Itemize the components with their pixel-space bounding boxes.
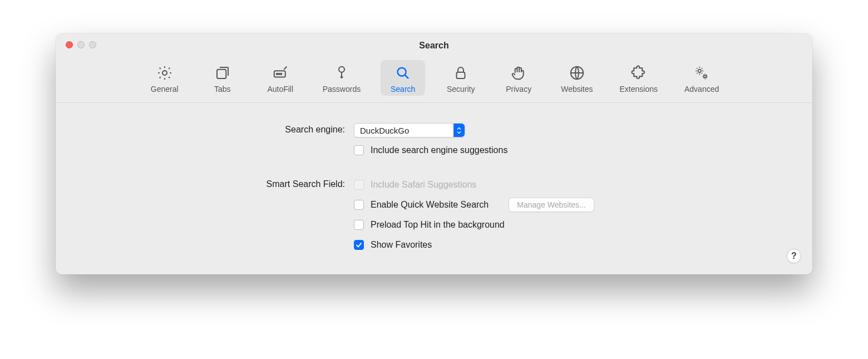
svg-point-6 — [339, 67, 344, 72]
toolbar-tab-label: Passwords — [323, 85, 361, 94]
manage-websites-button[interactable]: Manage Websites... — [509, 198, 594, 212]
show-favorites-checkbox[interactable] — [354, 240, 364, 250]
autofill-icon — [271, 63, 290, 82]
toolbar-tab-label: AutoFill — [267, 85, 293, 94]
chevron-up-down-icon — [453, 124, 465, 137]
safari-suggestions-checkbox — [354, 180, 364, 190]
preferences-toolbar: General Tabs AutoFill Passwords — [56, 58, 812, 103]
include-suggestions-label: Include search engine suggestions — [371, 145, 507, 155]
toolbar-tab-label: Search — [391, 85, 415, 94]
svg-point-0 — [162, 71, 167, 75]
puzzle-icon — [629, 63, 648, 82]
toolbar-tab-label: General — [151, 85, 179, 94]
hand-icon — [509, 63, 528, 82]
toolbar-tab-label: Advanced — [684, 85, 719, 94]
gears-icon — [692, 63, 711, 82]
toolbar-tab-label: Tabs — [214, 85, 231, 94]
gear-icon — [155, 63, 174, 82]
globe-icon — [568, 63, 586, 82]
window-zoom-button[interactable] — [89, 41, 96, 48]
toolbar-tab-passwords[interactable]: Passwords — [316, 60, 367, 96]
toolbar-tab-security[interactable]: Security — [438, 60, 483, 96]
search-engine-value: DuckDuckGo — [360, 126, 409, 135]
toolbar-tab-label: Extensions — [620, 85, 658, 94]
help-button[interactable]: ? — [787, 249, 801, 263]
svg-point-11 — [704, 75, 707, 78]
toolbar-tab-extensions[interactable]: Extensions — [613, 60, 664, 96]
content-area: Search engine: DuckDuckGo Include search… — [56, 103, 812, 274]
toolbar-tab-tabs[interactable]: Tabs — [200, 60, 245, 96]
show-favorites-label: Show Favorites — [371, 240, 432, 250]
toolbar-tab-privacy[interactable]: Privacy — [496, 60, 541, 96]
preload-top-hit-checkbox[interactable] — [354, 220, 364, 230]
include-suggestions-checkbox[interactable] — [354, 145, 364, 155]
lock-icon — [451, 63, 470, 82]
window-minimize-button[interactable] — [77, 41, 85, 48]
toolbar-tab-label: Security — [447, 85, 475, 94]
window-close-button[interactable] — [66, 41, 73, 48]
quick-website-search-label: Enable Quick Website Search — [371, 200, 489, 210]
svg-point-5 — [280, 73, 282, 75]
smart-search-label: Smart Search Field: — [78, 178, 345, 252]
search-engine-popup[interactable]: DuckDuckGo — [354, 123, 465, 137]
toolbar-tab-advanced[interactable]: Advanced — [678, 60, 726, 96]
traffic-lights — [66, 41, 96, 48]
preload-top-hit-label: Preload Top Hit in the background — [371, 220, 505, 230]
toolbar-tab-autofill[interactable]: AutoFill — [258, 60, 303, 96]
safari-suggestions-label: Include Safari Suggestions — [371, 180, 476, 190]
key-icon — [332, 63, 351, 82]
svg-point-3 — [276, 73, 277, 75]
svg-point-7 — [398, 68, 406, 76]
window-title: Search — [419, 41, 448, 51]
svg-point-10 — [698, 70, 702, 73]
svg-rect-1 — [217, 70, 226, 78]
toolbar-tab-general[interactable]: General — [142, 60, 187, 96]
toolbar-tab-search[interactable]: Search — [381, 60, 425, 96]
svg-rect-8 — [457, 72, 465, 78]
search-engine-label: Search engine: — [78, 123, 345, 158]
preferences-window: Search General Tabs AutoFill — [56, 33, 812, 274]
toolbar-tab-label: Websites — [561, 85, 593, 94]
tabs-icon — [213, 63, 232, 82]
titlebar: Search — [56, 33, 812, 58]
search-icon — [393, 63, 412, 82]
quick-website-search-checkbox[interactable] — [354, 200, 364, 210]
toolbar-tab-websites[interactable]: Websites — [554, 60, 599, 96]
toolbar-tab-label: Privacy — [506, 85, 531, 94]
svg-point-4 — [278, 73, 279, 75]
